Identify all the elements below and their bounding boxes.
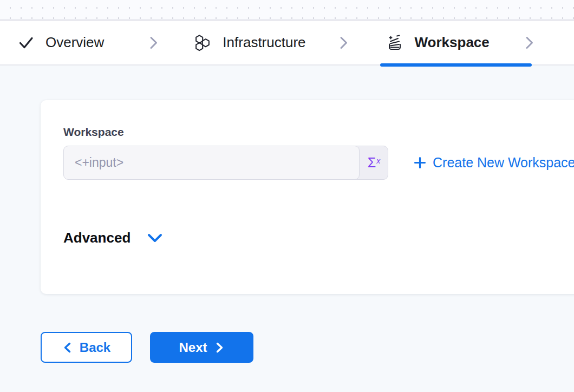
step-overview[interactable]: Overview	[18, 34, 104, 51]
step-label: Overview	[45, 34, 104, 51]
back-button[interactable]: Back	[41, 332, 132, 363]
advanced-toggle[interactable]: Advanced	[63, 230, 574, 246]
chevron-right-separator-icon	[147, 35, 160, 50]
formula-sigma-button[interactable]: Σx	[360, 146, 388, 179]
step-infrastructure[interactable]: Infrastructure	[193, 34, 305, 52]
sigma-icon: Σ	[368, 155, 376, 171]
create-link-label: Create New Workspace	[433, 155, 574, 171]
chevron-left-icon	[62, 341, 72, 354]
step-label: Infrastructure	[223, 34, 305, 51]
step-workspace[interactable]: Workspace	[386, 34, 490, 51]
workspace-form-card: Workspace Σx Create New Workspace Advanc…	[41, 100, 574, 294]
workspace-input[interactable]	[63, 146, 360, 180]
chevron-right-icon	[215, 341, 225, 354]
stack-icon	[386, 34, 403, 51]
next-button[interactable]: Next	[150, 332, 253, 363]
create-new-workspace-link[interactable]: Create New Workspace	[413, 155, 574, 171]
step-label: Workspace	[415, 34, 490, 51]
chevron-down-icon	[147, 232, 163, 244]
plus-icon	[413, 156, 427, 169]
active-step-underline	[380, 63, 532, 67]
chevron-right-separator-icon	[337, 35, 350, 50]
hexagons-icon	[193, 34, 211, 52]
chevron-right-separator-icon	[523, 35, 536, 50]
dotted-background-strip	[0, 0, 574, 21]
workspace-input-group: Σx	[63, 146, 388, 180]
workspace-field-label: Workspace	[63, 126, 574, 139]
advanced-label: Advanced	[63, 230, 131, 246]
wizard-stepper: Overview Infrastructure	[0, 21, 574, 66]
check-icon	[18, 35, 34, 51]
